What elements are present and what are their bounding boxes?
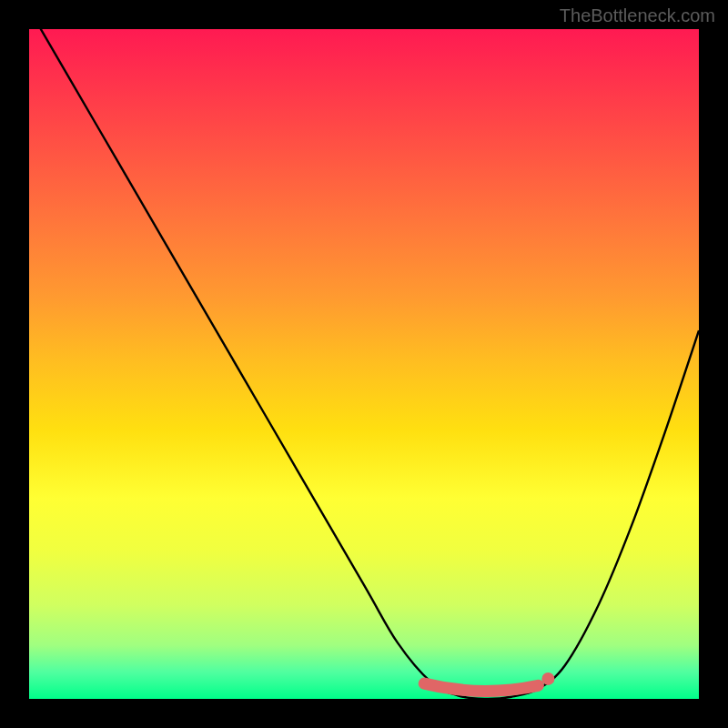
trough-marker-segment <box>424 683 538 691</box>
chart-svg <box>29 29 699 699</box>
bottleneck-curve <box>29 29 699 699</box>
plot-area <box>29 29 699 699</box>
watermark-text: TheBottleneck.com <box>560 5 715 26</box>
trough-marker-dot <box>541 672 554 685</box>
